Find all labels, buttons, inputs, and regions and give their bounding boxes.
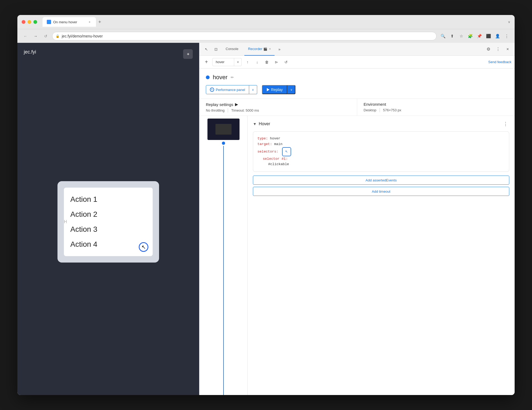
extensions-button[interactable]: 🧩 [467, 32, 474, 40]
step-more-button[interactable]: ⋮ [502, 120, 509, 128]
traffic-lights [22, 20, 37, 24]
refresh-button[interactable]: ↺ [42, 32, 49, 40]
step-thumbnail [207, 119, 240, 140]
title-bar: 🌐 On menu hover × + ∨ [17, 15, 515, 29]
tab-recorder[interactable]: Recorder 🎬 × [244, 43, 275, 56]
desktop-value: Desktop [364, 108, 380, 112]
step-title-text: Hover [259, 122, 270, 126]
resolution-value: 576×753 px [380, 108, 404, 112]
pin-button[interactable]: 📌 [476, 32, 483, 40]
address-bar[interactable]: 🔒 jec.fyi/demo/menu-hover [52, 32, 437, 40]
import-recording-button[interactable]: ↓ [253, 58, 261, 66]
replay-settings-chevron: ▶ [235, 102, 238, 107]
delete-recording-button[interactable]: 🗑 [263, 58, 271, 66]
cursor-arrow-icon: ↖ [141, 244, 146, 250]
settings-bar: Replay settings ▶ No throttling Timeout:… [199, 98, 515, 116]
cursor-indicator: ↖ [139, 242, 148, 252]
maximize-window-button[interactable] [33, 20, 37, 24]
devtools-toolbar: ↖ ⊡ Console Recorder 🎬 × » ⚙ ⋮ × [199, 43, 515, 56]
replay-settings-section: Replay settings ▶ No throttling Timeout:… [199, 99, 357, 116]
recording-title: hover [213, 74, 228, 81]
theme-toggle-button[interactable]: ✦ [183, 49, 193, 59]
code-block: type: hover target: main selectors: ↖ [253, 131, 509, 172]
revert-button[interactable]: ↺ [282, 58, 290, 66]
selector-value: #clickable [268, 162, 289, 166]
type-key: type: [257, 136, 268, 141]
customize-button[interactable]: ⋮ [494, 45, 502, 53]
close-window-button[interactable] [22, 20, 25, 24]
tab-favicon: 🌐 [47, 20, 51, 24]
step-action-buttons: Add assertedEvents Add timeout [253, 176, 509, 196]
selectors-key: selectors: [257, 150, 278, 154]
export-recording-button[interactable]: ↑ [244, 58, 251, 66]
code-line-selector-value: #clickable [257, 162, 505, 167]
expand-tabs-button[interactable]: ∨ [508, 20, 510, 24]
recorder-tab-close[interactable]: × [269, 47, 271, 51]
devtools-panel: ↖ ⊡ Console Recorder 🎬 × » ⚙ ⋮ × + [199, 43, 515, 395]
page-logo: jec.fyi [24, 49, 36, 55]
action-buttons-row: ↻ Performance panel ∨ Replay ∨ [199, 85, 515, 98]
browser-window: 🌐 On menu hover × + ∨ ← → ↺ 🔒 jec.fyi/de… [17, 15, 515, 395]
demo-card-container: H Action 1 Action 2 Action 3 Action 4 ↖ [24, 55, 193, 389]
menu-item-2[interactable]: Action 2 [70, 207, 146, 222]
edit-recording-name-button[interactable] [231, 75, 234, 80]
selector-cursor-icon: ↖ [285, 148, 288, 155]
inspector-button[interactable]: ↖ [203, 45, 210, 53]
add-recording-button[interactable]: + [203, 58, 210, 66]
step-collapse-button[interactable]: ▼ [253, 122, 257, 126]
browser-menu-button[interactable]: ⋮ [503, 32, 510, 40]
close-devtools-button[interactable]: × [504, 45, 511, 53]
tab-close-button[interactable]: × [87, 20, 92, 24]
send-feedback-link[interactable]: Send feedback [488, 60, 511, 64]
share-button[interactable]: ⬆ [448, 32, 456, 40]
performance-panel-dropdown-button[interactable]: ∨ [249, 85, 257, 94]
recording-name-text: hover [213, 60, 234, 64]
recording-selector[interactable]: hover ∨ [212, 58, 242, 66]
minimize-window-button[interactable] [28, 20, 31, 24]
tab-console[interactable]: Console [222, 43, 242, 56]
more-tabs-button[interactable]: » [277, 47, 282, 51]
menu-item-1[interactable]: Action 1 [70, 192, 146, 207]
target-key: target: [257, 142, 272, 146]
steps-area: ▼ Hover ⋮ type: hover target: main [199, 116, 515, 395]
security-icon: 🔒 [56, 34, 60, 38]
recorder-pin-icon: 🎬 [263, 47, 267, 51]
replay-button[interactable]: Replay [262, 85, 288, 94]
bookmark-button[interactable]: ☆ [457, 32, 465, 40]
forward-button[interactable]: → [32, 32, 39, 40]
play-icon [267, 88, 269, 91]
split-button[interactable]: ⬛ [485, 32, 492, 40]
webpage-panel: jec.fyi ✦ H Action 1 Action 2 Action 3 A… [17, 43, 199, 395]
performance-panel-button[interactable]: ↻ Performance panel [206, 85, 249, 94]
browser-tab[interactable]: 🌐 On menu hover × [43, 17, 96, 27]
back-button[interactable]: ← [22, 32, 29, 40]
timeline-line [223, 146, 224, 395]
step-title: ▼ Hover [253, 122, 270, 126]
replay-dropdown-button[interactable]: ∨ [287, 85, 295, 94]
tabs-bar: 🌐 On menu hover × + ∨ [43, 17, 510, 27]
step-replay-button[interactable]: ⊳ [273, 58, 280, 66]
performance-panel-group: ↻ Performance panel ∨ [206, 85, 257, 94]
environment-values: Desktop 576×753 px [364, 108, 508, 112]
timeout-value: Timeout: 5000 ms [228, 108, 262, 112]
side-label: H [64, 219, 67, 224]
search-button[interactable]: 🔍 [439, 32, 447, 40]
menu-item-4[interactable]: Action 4 [70, 237, 146, 252]
timeline-dot [222, 142, 225, 145]
new-tab-button[interactable]: + [96, 18, 103, 26]
step-header: ▼ Hover ⋮ [253, 120, 509, 128]
device-emulation-button[interactable]: ⊡ [212, 45, 220, 53]
replay-settings-title[interactable]: Replay settings ▶ [206, 102, 350, 107]
menu-card: H Action 1 Action 2 Action 3 Action 4 ↖ [64, 188, 153, 256]
timeline-column [199, 116, 248, 395]
recorder-toolbar: + hover ∨ ↑ ↓ 🗑 ⊳ ↺ Send feedback [199, 56, 515, 69]
recording-dropdown-button[interactable]: ∨ [234, 58, 241, 66]
add-timeout-button[interactable]: Add timeout [253, 187, 509, 196]
nav-bar: ← → ↺ 🔒 jec.fyi/demo/menu-hover 🔍 ⬆ ☆ 🧩 … [17, 29, 515, 43]
selector-picker-button[interactable]: ↖ [282, 147, 291, 156]
profile-button[interactable]: 👤 [494, 32, 501, 40]
add-asserted-events-button[interactable]: Add assertedEvents [253, 176, 509, 185]
menu-item-3[interactable]: Action 3 [70, 222, 146, 237]
settings-button[interactable]: ⚙ [485, 45, 492, 53]
step-detail: ▼ Hover ⋮ type: hover target: main [248, 116, 515, 395]
